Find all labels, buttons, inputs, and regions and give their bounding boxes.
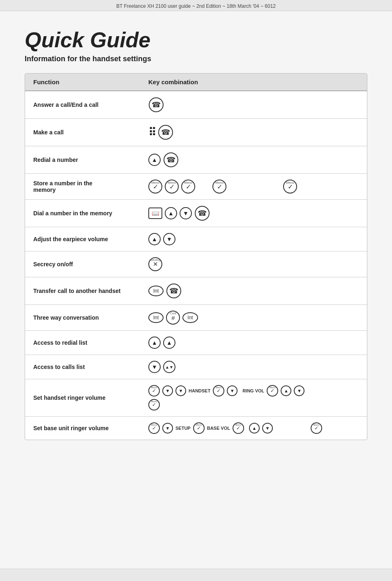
arrow-down-icon: ▼ xyxy=(162,423,173,433)
phone-green-icon: ☎ xyxy=(163,152,179,168)
arrow-up-icon: ▲ xyxy=(165,207,177,219)
phone-green-icon: ☎ xyxy=(166,283,182,299)
key-combination: ▲ ▼ xyxy=(140,227,367,251)
arrow-up-icon: ▲ xyxy=(148,233,161,245)
arrow-down-icon: ▼ xyxy=(294,385,304,396)
menu-check-icon: Menu✓ xyxy=(311,422,322,434)
table-row: Transfer call to another handset Int ☎ xyxy=(25,277,367,305)
key-combination: ▲ ▲ xyxy=(140,331,367,355)
phonebook-icon: 📖 xyxy=(148,208,162,219)
function-label: Set base unit ringer volume xyxy=(25,417,140,440)
header-bar: BT Freelance XH 2100 user guide ~ 2nd Ed… xyxy=(0,0,392,11)
table-row: Redial a number ▲ ☎ xyxy=(25,146,367,174)
menu-check-icon: Menu✓ xyxy=(148,399,160,410)
table-row: Dial a number in the memory 📖 ▲ ▼ ☎ xyxy=(25,200,367,227)
menu-check-icon: Menu✓ xyxy=(165,180,179,194)
arrow-up-icon: ▲ xyxy=(148,337,161,349)
menu-check-icon: Menu✓ xyxy=(213,385,224,397)
setup-label: SETUP xyxy=(175,426,191,431)
quick-guide-table: Function Key combination Answer a call/E… xyxy=(25,73,367,440)
menu-check-icon: Menu✓ xyxy=(148,180,162,194)
key-combination: Menu✓ ▼ SETUP Menu✓ BASE VOL Menu✓ ▲ ▼ M… xyxy=(140,417,367,440)
menu-check-icon: Menu✓ xyxy=(233,422,244,434)
arrow-down-icon: ▼ xyxy=(148,361,161,373)
svg-text:☎: ☎ xyxy=(169,287,178,295)
header-title: BT Freelance XH 2100 user guide ~ 2nd Ed… xyxy=(116,3,276,9)
table-row: Three way conversation Int Conf# Int xyxy=(25,305,367,331)
key-combination: ⠿ ☎ xyxy=(140,119,367,146)
main-content: Quick Guide Information for the handset … xyxy=(0,11,392,569)
key-combination: Int ☎ xyxy=(140,277,367,305)
base-vol-label: BASE VOL xyxy=(207,426,230,431)
menu-check-icon: Menu✓ xyxy=(267,385,278,397)
table-row: Make a call ⠿ ☎ xyxy=(25,119,367,146)
table-header-row: Function Key combination xyxy=(25,74,367,91)
col-header-key: Key combination xyxy=(140,74,367,91)
key-combination: 📖 ▲ ▼ ☎ xyxy=(140,200,367,227)
table-row: Access to calls list ▼ ▲▼ xyxy=(25,355,367,379)
key-combination: Secrecy✕ xyxy=(140,251,367,277)
int-button: Int xyxy=(148,312,164,323)
function-label: Access to redial list xyxy=(25,331,140,355)
arrow-down-icon: ▼ xyxy=(163,233,175,245)
page-title: Quick Guide xyxy=(25,28,367,52)
conf-hash-icon: Conf# xyxy=(166,311,180,325)
phone-green-icon: ☎ xyxy=(148,97,164,113)
key-combination: ▲ ☎ xyxy=(140,146,367,174)
page-subtitle: Information for the handset settings xyxy=(25,55,367,63)
function-label: Store a number in thememory xyxy=(25,174,140,200)
phone-green-icon: ☎ xyxy=(194,205,210,221)
menu-check-icon: Menu✓ xyxy=(193,422,205,434)
arrow-up-icon: ▲ xyxy=(249,423,260,433)
table-row: Secrecy on/off Secrecy✕ xyxy=(25,251,367,277)
menu-check-icon: Menu✓ xyxy=(148,422,160,434)
arrow-up-icon: ▲ xyxy=(281,385,291,396)
menu-check-icon: Menu✓ xyxy=(283,180,297,194)
arrow-down-icon: ▼ xyxy=(262,423,273,433)
key-combination: Menu✓ ▼ ▼ HANDSET Menu✓ ▼ RING VOL Menu✓… xyxy=(140,379,367,417)
arrow-down-icon: ▼ xyxy=(227,385,238,396)
table-row: Store a number in thememory Menu✓ Menu✓ … xyxy=(25,174,367,200)
key-combination: ▼ ▲▼ xyxy=(140,355,367,379)
svg-text:☎: ☎ xyxy=(166,156,175,164)
function-label: Set handset ringer volume xyxy=(25,379,140,417)
table-row: Answer a call/End a call ☎ xyxy=(25,91,367,119)
function-label: Adjust the earpiece volume xyxy=(25,227,140,251)
menu-check-icon: Menu✓ xyxy=(148,385,160,397)
arrow-up-icon: ▲ xyxy=(163,337,175,349)
function-label: Make a call xyxy=(25,119,140,146)
svg-text:☎: ☎ xyxy=(152,101,161,109)
key-combination: Int Conf# Int xyxy=(140,305,367,331)
function-label: Answer a call/End a call xyxy=(25,91,140,119)
function-label: Secrecy on/off xyxy=(25,251,140,277)
int-button: Int xyxy=(182,312,198,323)
svg-text:☎: ☎ xyxy=(198,209,207,217)
table-row: Set handset ringer volume Menu✓ ▼ ▼ HAND… xyxy=(25,379,367,417)
col-header-function: Function xyxy=(25,74,140,91)
table-row: Set base unit ringer volume Menu✓ ▼ SETU… xyxy=(25,417,367,440)
phone-green-icon: ☎ xyxy=(158,124,173,140)
menu-check-icon: Menu✓ xyxy=(212,180,226,194)
key-combination: ☎ xyxy=(140,91,367,119)
arrow-up-icon: ▲ xyxy=(148,154,161,166)
arrow-up-down-icon: ▲▼ xyxy=(163,361,175,373)
arrow-down-icon: ▼ xyxy=(162,385,173,396)
function-label: Transfer call to another handset xyxy=(25,277,140,305)
secrecy-icon: Secrecy✕ xyxy=(148,257,162,271)
menu-check-icon: Menu✓ xyxy=(181,180,195,194)
page-footer xyxy=(0,569,392,581)
table-row: Adjust the earpiece volume ▲ ▼ xyxy=(25,227,367,251)
function-label: Access to calls list xyxy=(25,355,140,379)
function-label: Three way conversation xyxy=(25,305,140,331)
ring-vol-label: RING VOL xyxy=(242,388,264,393)
table-row: Access to redial list ▲ ▲ xyxy=(25,331,367,355)
keypad-icon: ⠿ xyxy=(148,126,155,138)
int-button: Int xyxy=(148,286,164,296)
function-label: Redial a number xyxy=(25,146,140,174)
key-combination: Menu✓ Menu✓ Menu✓ Menu✓ xyxy=(140,174,367,200)
handset-label: HANDSET xyxy=(189,388,210,393)
arrow-down-icon: ▼ xyxy=(180,207,192,219)
function-label: Dial a number in the memory xyxy=(25,200,140,227)
arrow-down-icon: ▼ xyxy=(175,385,186,396)
svg-text:☎: ☎ xyxy=(161,128,170,136)
